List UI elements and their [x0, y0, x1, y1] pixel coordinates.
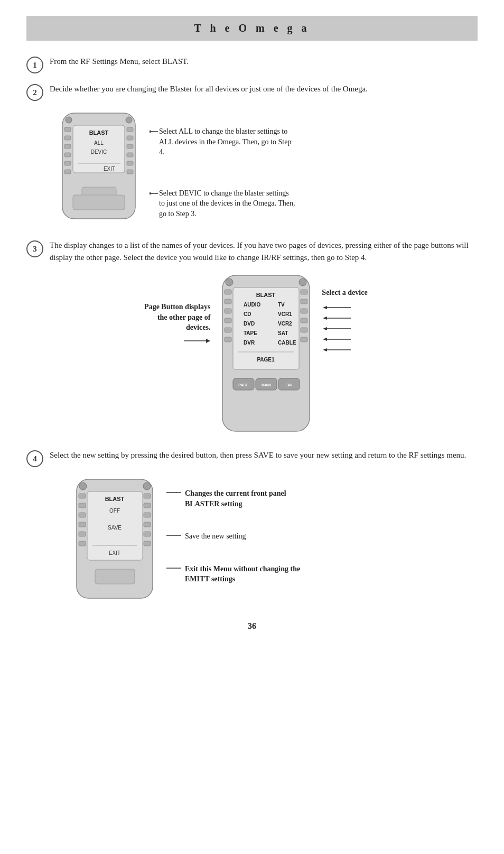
callout-arrow-2: [150, 188, 159, 204]
svg-text:TAPE: TAPE: [244, 330, 257, 336]
svg-text:MAIN: MAIN: [262, 383, 271, 387]
select-device-arrows-icon: [322, 301, 353, 365]
svg-text:DVD: DVD: [244, 321, 255, 327]
svg-rect-44: [225, 290, 231, 294]
step-4-circle: 4: [26, 450, 43, 467]
svg-text:CD: CD: [244, 311, 251, 317]
callout3-arrow1-icon: [166, 488, 185, 497]
step-4-text: Select the new setting by pressing the d…: [50, 449, 478, 461]
svg-rect-81: [79, 494, 86, 498]
remote3-callouts: Changes the current front panel BLASTER …: [166, 477, 301, 584]
remote3-callout-3-text: Exit this Menu without changing the EMIT…: [185, 564, 301, 584]
svg-rect-87: [144, 494, 151, 498]
svg-point-19: [66, 117, 72, 123]
svg-marker-71: [323, 338, 327, 341]
page-title: T h e O m e g a: [194, 22, 310, 34]
page-number: 36: [248, 621, 256, 630]
svg-rect-53: [301, 318, 307, 323]
remote2-area: Page Button displays the other page of d…: [26, 273, 478, 439]
svg-rect-16: [127, 153, 133, 157]
svg-rect-51: [301, 299, 307, 304]
svg-rect-48: [225, 328, 231, 332]
remote3-area: BLAST OFF SAVE EXIT: [69, 477, 478, 606]
step-1-text: From the RF Settings Menu, select BLAST.: [50, 55, 478, 68]
remote2-left-callout: Page Button displays the other page of d…: [136, 273, 210, 346]
svg-point-93: [79, 482, 87, 490]
remote1-area: BLAST ALL DEVIC EXIT: [53, 110, 478, 229]
svg-text:TV: TV: [278, 302, 285, 308]
svg-point-20: [126, 117, 132, 123]
svg-text:DVR: DVR: [244, 340, 255, 346]
callout3-arrow3-icon: [166, 564, 185, 572]
svg-rect-46: [225, 309, 231, 313]
svg-text:FAV: FAV: [286, 383, 293, 387]
svg-rect-14: [127, 136, 133, 140]
svg-rect-49: [225, 337, 231, 342]
svg-text:EXIT: EXIT: [104, 166, 115, 172]
svg-point-94: [143, 482, 151, 490]
svg-rect-8: [64, 136, 71, 140]
step-2-text: Decide whether you are changing the Blas…: [50, 83, 478, 95]
remote2-right-callout: Select a device: [322, 273, 367, 365]
page-container: T h e O m e g a 1 From the RF Settings M…: [0, 0, 504, 854]
svg-text:PAGE1: PAGE1: [257, 357, 275, 363]
svg-text:SAT: SAT: [278, 330, 288, 336]
remote3-callout-2-text: Save the new setting: [185, 531, 246, 542]
step-3-section: 3 The display changes to a list of the n…: [26, 239, 478, 263]
remote3-diagram: BLAST OFF SAVE EXIT: [69, 477, 161, 606]
callout-2-text: Select DEVIC to change the blaster setti…: [159, 188, 296, 219]
svg-marker-69: [323, 327, 327, 330]
svg-text:DEVIC: DEVIC: [91, 149, 107, 155]
svg-rect-22: [73, 195, 125, 210]
svg-text:BLAST: BLAST: [89, 129, 109, 136]
svg-text:BLAST: BLAST: [256, 292, 276, 298]
svg-marker-26: [150, 192, 151, 195]
svg-rect-86: [79, 541, 86, 546]
svg-marker-24: [150, 130, 151, 133]
svg-text:SAVE: SAVE: [108, 525, 122, 531]
svg-rect-13: [127, 127, 133, 132]
svg-marker-67: [323, 317, 327, 320]
svg-rect-54: [301, 328, 307, 332]
svg-text:AUDIO: AUDIO: [244, 302, 260, 308]
svg-rect-91: [144, 532, 151, 536]
svg-rect-89: [144, 513, 151, 517]
step-4-section: 4 Select the new setting by pressing the…: [26, 449, 478, 467]
svg-rect-52: [301, 309, 307, 313]
svg-text:ALL: ALL: [94, 140, 104, 146]
page-header: T h e O m e g a: [26, 16, 478, 41]
svg-rect-10: [64, 153, 71, 157]
svg-rect-85: [79, 532, 86, 536]
svg-text:CABLE: CABLE: [278, 340, 296, 346]
svg-rect-7: [64, 127, 71, 132]
svg-rect-9: [64, 144, 71, 148]
remote1-diagram: BLAST ALL DEVIC EXIT: [53, 110, 145, 229]
svg-rect-83: [79, 513, 86, 517]
svg-text:BLAST: BLAST: [105, 496, 125, 502]
remote1-callouts: Select ALL to change the blaster setting…: [150, 110, 296, 229]
svg-rect-11: [64, 161, 71, 165]
svg-rect-47: [225, 318, 231, 323]
svg-rect-90: [144, 522, 151, 527]
svg-text:VCR2: VCR2: [278, 321, 292, 327]
svg-rect-82: [79, 503, 86, 508]
page-footer: 36: [26, 621, 478, 631]
svg-rect-92: [144, 541, 151, 546]
svg-text:EXIT: EXIT: [109, 550, 120, 556]
svg-rect-55: [301, 337, 307, 342]
callout-1-text: Select ALL to change the blaster setting…: [159, 126, 296, 157]
left-arrow-icon: [184, 336, 210, 346]
svg-rect-84: [79, 522, 86, 527]
svg-point-56: [226, 279, 233, 286]
step-2-circle: 2: [26, 84, 43, 101]
svg-text:OFF: OFF: [109, 508, 120, 514]
callout3-arrow2-icon: [166, 531, 185, 540]
svg-marker-65: [323, 306, 327, 309]
remote3-callout-1-text: Changes the current front panel BLASTER …: [185, 488, 301, 509]
svg-rect-95: [95, 569, 135, 584]
step-1-circle: 1: [26, 57, 43, 73]
svg-point-57: [299, 279, 306, 286]
svg-rect-45: [225, 299, 231, 304]
svg-text:VCR1: VCR1: [278, 311, 292, 317]
svg-rect-18: [127, 170, 133, 174]
